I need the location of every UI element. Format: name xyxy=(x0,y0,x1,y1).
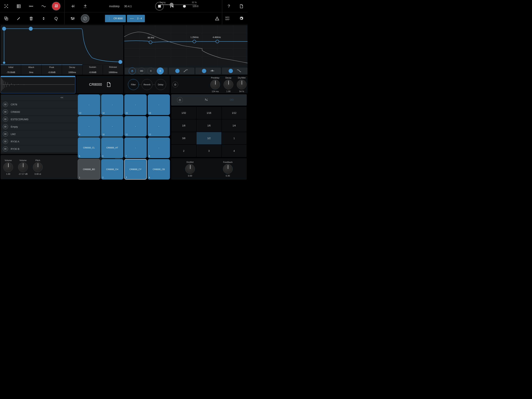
pad-6[interactable]: CR8000_HT 6 xyxy=(101,137,124,158)
piano-roll-icon[interactable] xyxy=(14,2,23,11)
pad-11[interactable]: - 11 xyxy=(124,116,147,137)
eq-s-button[interactable]: S xyxy=(157,67,164,74)
svg-point-20 xyxy=(71,17,72,18)
envelope-param-sustain[interactable]: Sustain-0.00dB xyxy=(82,64,103,75)
kit-selector[interactable]: CR 8000 xyxy=(105,15,126,22)
eq-link-button[interactable] xyxy=(138,67,145,74)
division-1-32[interactable]: 1/32 xyxy=(171,107,196,119)
division-1-8[interactable]: 1/8 xyxy=(171,119,196,132)
pad-7[interactable]: - 7 xyxy=(124,137,147,158)
knob-decay[interactable]: Decay 1.00 xyxy=(223,77,233,93)
delay-link-icon[interactable] xyxy=(230,99,234,102)
reverb-power-button[interactable] xyxy=(172,82,178,87)
kit-name-display: CR8000 xyxy=(76,76,123,93)
pad-13[interactable]: - 13 xyxy=(78,94,100,115)
document-icon[interactable] xyxy=(107,82,111,87)
drum-module-button[interactable] xyxy=(52,2,61,11)
pad-16[interactable]: - 16 xyxy=(148,94,170,115)
knob-feedback[interactable]: Feedback 0.30 xyxy=(223,161,233,177)
svg-point-24 xyxy=(2,27,6,31)
edit-icon[interactable] xyxy=(14,14,23,23)
sort-icon[interactable] xyxy=(39,14,48,23)
envelope-param-peak[interactable]: Peak-0.00dB xyxy=(41,64,62,75)
duplicate-icon[interactable] xyxy=(2,14,11,23)
warning-icon[interactable] xyxy=(213,14,222,23)
knob-volume[interactable]: Volume 1.00 xyxy=(3,159,13,175)
svg-rect-10 xyxy=(55,6,55,7)
kit-icon xyxy=(3,102,8,107)
settings-icon[interactable] xyxy=(237,14,246,23)
envelope-param-attack[interactable]: Attack0ms xyxy=(21,64,41,75)
fx-reverb-node[interactable]: Reverb xyxy=(142,79,152,90)
pad-1[interactable]: CR8000_BD 1 xyxy=(78,159,100,180)
svg-rect-12 xyxy=(57,6,57,7)
mixer-icon[interactable] xyxy=(68,14,77,23)
svg-point-6 xyxy=(29,6,30,7)
fx-delay-node[interactable]: Delay xyxy=(155,79,166,90)
division-1-6[interactable]: 1/6 xyxy=(196,119,222,132)
envelope-param-decay[interactable]: Decay1000ms xyxy=(62,64,82,75)
swing-label: Swing xyxy=(160,1,165,4)
add-bar-icon[interactable] xyxy=(81,2,89,11)
midi-map-label[interactable]: MIDI MAP xyxy=(225,16,233,21)
tempo-display[interactable]: 120.0 xyxy=(193,5,198,8)
eq-band-1[interactable] xyxy=(169,68,194,74)
pad-4[interactable]: CR8000_CB 4 xyxy=(148,159,170,180)
length-selector[interactable]: 2 - 4 xyxy=(127,15,145,22)
mute-button[interactable] xyxy=(81,14,89,23)
pad-2[interactable]: CR8000_CH 2 xyxy=(101,159,124,180)
swing-slider[interactable] xyxy=(160,4,197,5)
pad-12[interactable]: - 12 xyxy=(148,116,170,137)
pad-9[interactable]: - 9 xyxy=(78,116,100,137)
svg-rect-11 xyxy=(56,5,56,7)
add-track-icon[interactable] xyxy=(69,2,77,11)
knob-pitch[interactable]: Pitch 0.00 st xyxy=(33,159,43,175)
division-2[interactable]: 2 xyxy=(171,145,196,157)
kit-icon xyxy=(3,139,8,144)
quantize-icon[interactable]: Q xyxy=(52,14,60,23)
knob-predelay[interactable]: Predelay 124 ms xyxy=(210,77,220,93)
knob-drywet[interactable]: DryWet 0.00 xyxy=(185,161,195,177)
pad-10[interactable]: - 10 xyxy=(101,116,124,137)
svg-text:98.9Hz: 98.9Hz xyxy=(148,36,154,39)
eq-graph[interactable]: 98.9Hz 1.25KHz 4.46KHz xyxy=(124,25,247,67)
division-1-12[interactable]: 1/12 xyxy=(222,107,247,119)
svg-point-35 xyxy=(140,70,141,71)
svg-point-28 xyxy=(149,41,152,44)
division-1[interactable]: 1 xyxy=(222,132,247,145)
division-3-8[interactable]: 3/8 xyxy=(171,132,196,145)
delay-power-button[interactable] xyxy=(177,97,183,103)
envelope-param-initial[interactable]: Initial-70.00dB xyxy=(0,64,21,75)
svg-rect-1 xyxy=(7,5,8,5)
delay-mode-icon[interactable] xyxy=(204,98,208,102)
pad-5[interactable]: CR8000_CL 5 xyxy=(78,137,100,158)
delay-division-grid: 1/321/161/121/81/61/43/81/21234 xyxy=(171,107,247,157)
eq-power-button[interactable] xyxy=(129,67,136,74)
eq-band-3[interactable] xyxy=(222,68,247,74)
steps-icon[interactable] xyxy=(27,2,35,11)
envelope-param-release[interactable]: Release10000ms xyxy=(103,64,123,75)
pad-8[interactable]: - 8 xyxy=(148,137,170,158)
help-icon[interactable]: ? xyxy=(225,2,233,11)
trash-icon[interactable] xyxy=(27,14,35,23)
pad-3[interactable]: CR8000_CY 3 xyxy=(124,159,147,180)
svg-point-7 xyxy=(30,6,31,7)
waveform-display[interactable] xyxy=(0,76,75,93)
division-1-16[interactable]: 1/16 xyxy=(196,107,222,119)
pad-15[interactable]: - 15 xyxy=(124,94,147,115)
knob-volume[interactable]: Volume -17.17 dB xyxy=(18,159,28,175)
pad-14[interactable]: - 14 xyxy=(101,94,124,115)
envelope-graph[interactable] xyxy=(0,25,123,64)
fx-filter-node[interactable]: Filter xyxy=(128,79,139,90)
eq-band-2[interactable] xyxy=(196,68,221,74)
division-3[interactable]: 3 xyxy=(196,145,222,157)
midi-route-icon[interactable] xyxy=(2,2,11,11)
division-1-4[interactable]: 1/4 xyxy=(222,119,247,132)
knob-dry/wet[interactable]: Dry/Wet 54 % xyxy=(237,77,247,93)
svg-rect-4 xyxy=(7,7,8,8)
document-icon[interactable] xyxy=(237,2,246,11)
eq-b-button[interactable]: B xyxy=(147,67,154,74)
division-4[interactable]: 4 xyxy=(222,145,247,157)
wave-icon[interactable] xyxy=(39,2,48,11)
division-1-2[interactable]: 1/2 xyxy=(196,132,222,145)
